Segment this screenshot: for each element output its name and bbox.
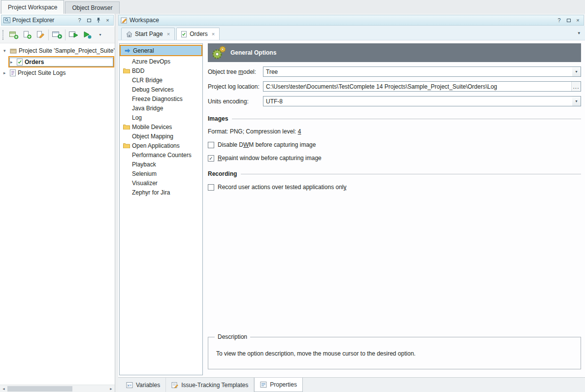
window-icon <box>87 19 91 22</box>
disable-dwm-row: Disable DWM before capturing image <box>208 141 581 148</box>
help-button[interactable]: ? <box>555 17 563 24</box>
category-bdd[interactable]: BDD <box>120 66 202 75</box>
browse-button[interactable]: ... <box>571 82 581 91</box>
tab-list-dropdown[interactable]: ▾ <box>578 31 580 35</box>
image-format-info: Format: PNG; Compression level: 4 <box>208 128 581 135</box>
edit-project-button[interactable] <box>33 29 47 41</box>
category-mobile-devices[interactable]: Mobile Devices <box>120 122 202 131</box>
category-general[interactable]: General <box>121 46 201 55</box>
expander-icon[interactable]: ▸ <box>10 60 17 65</box>
run-project-suite-button[interactable] <box>67 29 80 41</box>
tab-start-page[interactable]: Start Page × <box>121 28 175 40</box>
logs-icon <box>10 69 16 76</box>
category-label: Freeze Diagnostics <box>132 96 183 102</box>
tab-project-workspace[interactable]: Project Workspace <box>1 0 64 14</box>
testcomplete-window: Project Workspace Object Browser Project… <box>0 0 585 392</box>
category-selenium[interactable]: Selenium <box>120 169 202 178</box>
category-label: CLR Bridge <box>132 77 162 84</box>
close-tab-icon[interactable]: × <box>212 31 215 37</box>
category-clr-bridge[interactable]: CLR Bridge <box>120 75 202 85</box>
category-freeze-diagnostics[interactable]: Freeze Diagnostics <box>120 94 202 103</box>
tab-label: Orders <box>190 31 208 37</box>
category-debug-services[interactable]: Debug Services <box>120 85 202 94</box>
explorer-toolbar: ▾ <box>0 27 115 43</box>
tree-item-project-suite[interactable]: ▾ Project Suite 'Sample_Project_Suite' (… <box>0 46 115 56</box>
images-section-header: Images <box>208 115 581 122</box>
current-item-arrow-icon <box>123 48 131 53</box>
record-test-button[interactable] <box>50 29 64 41</box>
tab-issue-tracking-templates[interactable]: Issue-Tracking Templates <box>166 378 254 392</box>
category-java-bridge[interactable]: Java Bridge <box>120 103 202 113</box>
run-project-icon <box>82 30 92 39</box>
images-section-title: Images <box>208 115 228 122</box>
run-mode-dropdown[interactable]: ▾ <box>94 29 107 41</box>
orders-highlight-annotation: ▸ Orders <box>8 56 114 67</box>
section-divider <box>241 174 581 174</box>
workspace-title: Workspace <box>130 17 553 24</box>
home-icon <box>126 31 132 37</box>
float-window-button[interactable] <box>85 17 93 24</box>
close-panel-button[interactable]: × <box>574 17 582 24</box>
tab-label: Variables <box>136 382 160 389</box>
scrollbar-thumb[interactable] <box>7 386 72 392</box>
category-performance-counters[interactable]: Performance Counters <box>120 150 202 160</box>
tab-object-browser[interactable]: Object Browser <box>65 1 119 14</box>
category-label: Object Mapping <box>132 133 173 140</box>
tree-item-orders[interactable]: ▸ Orders <box>9 58 113 66</box>
editor-bottom-tab-bar: x= Variables Issue-Tracking Templates Pr… <box>118 377 585 392</box>
orders-document-icon <box>181 31 187 37</box>
section-divider <box>232 119 581 119</box>
tree-item-label: Project Suite 'Sample_Project_Suite' (1 … <box>19 47 115 54</box>
new-project-suite-button[interactable] <box>7 29 20 41</box>
pin-button[interactable] <box>95 17 102 24</box>
description-title: Description <box>215 333 250 340</box>
project-log-location-row: Project log location: C:\Users\tester\Do… <box>208 81 581 92</box>
tab-properties[interactable]: Properties <box>254 378 303 392</box>
close-tab-icon[interactable]: × <box>167 31 170 37</box>
expander-icon[interactable]: ▾ <box>3 48 10 53</box>
description-text: To view the option description, move the… <box>216 350 416 357</box>
general-options-pane: General Options Object tree model: Tree … <box>208 43 581 375</box>
toolbar-grip[interactable] <box>2 30 4 40</box>
object-tree-model-label: Object tree model: <box>208 68 263 75</box>
help-button[interactable]: ? <box>76 17 83 24</box>
dropdown-arrow-icon[interactable]: ▾ <box>572 67 581 76</box>
tree-item-project-suite-logs[interactable]: ▸ Project Suite Logs <box>0 68 115 78</box>
units-encoding-select[interactable]: UTF-8 ▾ <box>263 96 581 106</box>
category-label: BDD <box>132 67 144 74</box>
repaint-window-checkbox[interactable]: ✓ <box>208 155 214 162</box>
category-open-applications[interactable]: Open Applications <box>120 141 202 150</box>
category-label: Performance Counters <box>132 152 192 159</box>
scroll-right-button[interactable]: ► <box>107 385 115 392</box>
float-window-button[interactable] <box>565 17 572 24</box>
scroll-left-button[interactable]: ◄ <box>0 385 7 392</box>
category-azure-devops[interactable]: Azure DevOps <box>120 57 202 66</box>
category-label: Log <box>132 114 142 121</box>
options-page-header: General Options <box>208 43 581 62</box>
edit-project-icon <box>35 30 45 39</box>
folder-icon <box>122 124 130 130</box>
window-icon <box>567 19 571 22</box>
add-new-project-button[interactable] <box>20 29 33 41</box>
category-playback[interactable]: Playback <box>120 160 202 169</box>
category-label: Zephyr for Jira <box>132 189 170 196</box>
options-category-list: General Azure DevOps BDD CLR Bridge Debu… <box>119 43 203 375</box>
expander-icon[interactable]: ▸ <box>3 70 10 75</box>
tab-orders[interactable]: Orders × <box>176 28 220 40</box>
run-project-button[interactable] <box>80 29 94 41</box>
dropdown-arrow-icon[interactable]: ▾ <box>572 97 581 106</box>
category-visualizer[interactable]: Visualizer <box>120 178 202 188</box>
category-object-mapping[interactable]: Object Mapping <box>120 131 202 141</box>
object-tree-model-row: Object tree model: Tree ▾ <box>208 66 581 77</box>
options-page-title: General Options <box>230 49 276 56</box>
tab-variables[interactable]: x= Variables <box>121 378 166 392</box>
record-user-actions-checkbox[interactable] <box>208 184 214 191</box>
run-project-suite-icon <box>68 30 79 39</box>
close-panel-button[interactable]: × <box>104 17 111 24</box>
category-log[interactable]: Log <box>120 113 202 122</box>
object-tree-model-select[interactable]: Tree ▾ <box>263 66 581 77</box>
app-tab-bar: Project Workspace Object Browser <box>0 0 585 14</box>
project-log-location-input[interactable]: C:\Users\tester\Documents\TestComplete 1… <box>263 81 581 92</box>
disable-dwm-checkbox[interactable] <box>208 142 214 148</box>
category-zephyr-for-jira[interactable]: Zephyr for Jira <box>120 188 202 197</box>
